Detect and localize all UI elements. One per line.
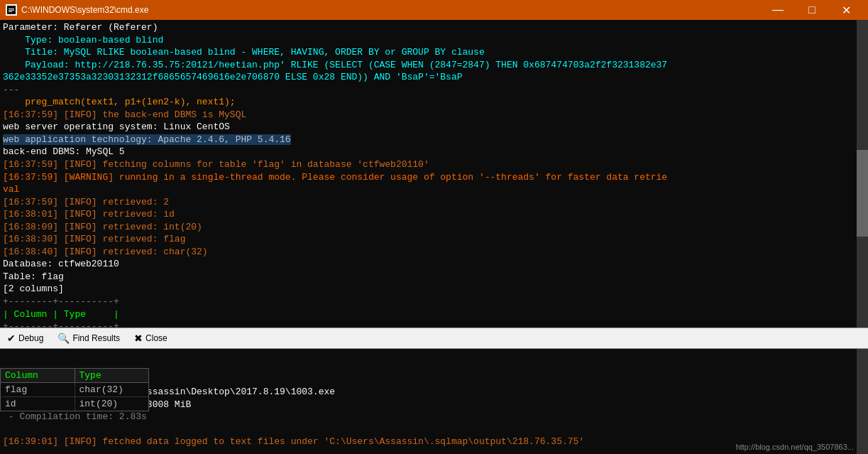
- flag-column-cell: flag: [1, 383, 75, 396]
- table-row: id int(20): [1, 397, 148, 411]
- titlebar-icon: [6, 4, 17, 16]
- svg-rect-1: [9, 9, 14, 9]
- toolbar-overlay: ✔ Debug 🔍 Find Results ✖ Close: [0, 328, 868, 349]
- find-results-icon: 🔍: [57, 333, 70, 344]
- close-button[interactable]: ✕: [830, 0, 862, 20]
- type-header: Type: [75, 369, 149, 382]
- svg-rect-3: [9, 11, 12, 12]
- debug-button[interactable]: ✔ Debug: [0, 328, 50, 348]
- scrollbar[interactable]: [857, 20, 868, 454]
- close-results-button[interactable]: ✖ Close: [127, 328, 175, 348]
- svg-rect-2: [9, 10, 14, 11]
- id-type-cell: int(20): [75, 397, 149, 411]
- titlebar: C:\WINDOWS\system32\cmd.exe — □ ✕: [0, 0, 868, 20]
- find-results-button[interactable]: 🔍 Find Results: [50, 328, 127, 348]
- terminal-output: Parameter: Referer (Referer) Type: boole…: [3, 21, 865, 333]
- table-header-row: Column Type: [1, 369, 148, 383]
- col-type-table: Column Type flag char(32) id int(20): [0, 368, 149, 411]
- titlebar-title: C:\WINDOWS\system32\cmd.exe: [21, 5, 762, 15]
- titlebar-controls: — □ ✕: [762, 0, 862, 20]
- minimize-button[interactable]: —: [762, 0, 794, 20]
- id-column-cell: id: [1, 397, 75, 411]
- column-header: Column: [1, 369, 75, 382]
- flag-type-cell: char(32): [75, 383, 149, 396]
- debug-icon: ✔: [7, 333, 16, 344]
- scrollbar-thumb[interactable]: [857, 150, 868, 237]
- table-row: flag char(32): [1, 383, 148, 397]
- watermark: http://blog.csdn.net/qq_3507863...: [736, 443, 854, 451]
- close-results-icon: ✖: [134, 333, 143, 344]
- maximize-button[interactable]: □: [796, 0, 828, 20]
- terminal: Parameter: Referer (Referer) Type: boole…: [0, 20, 868, 454]
